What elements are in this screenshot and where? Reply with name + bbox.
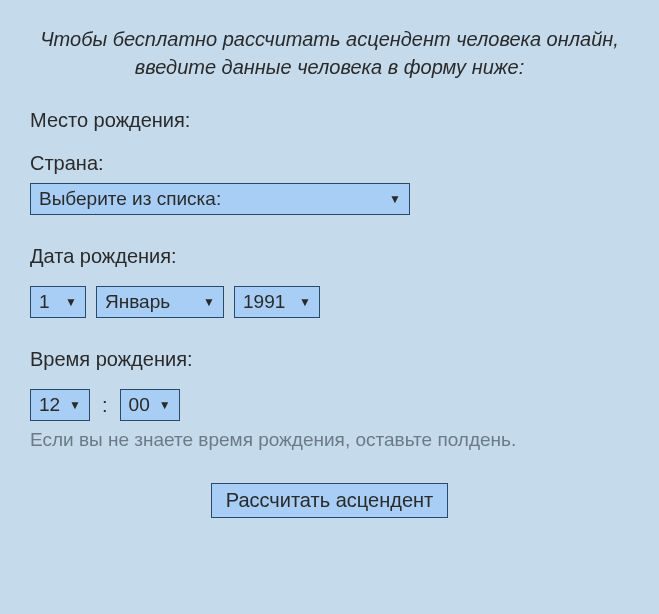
country-select[interactable]: Выберите из списка: ▼ [30, 183, 410, 215]
minute-select-value: 00 [129, 394, 150, 416]
country-label: Страна: [30, 152, 629, 175]
calculate-button[interactable]: Рассчитать асцендент [211, 483, 448, 518]
month-select[interactable]: Январь ▼ [96, 286, 224, 318]
chevron-down-icon: ▼ [299, 295, 311, 309]
birthtime-label: Время рождения: [30, 348, 629, 371]
year-select[interactable]: 1991 ▼ [234, 286, 320, 318]
country-select-value: Выберите из списка: [39, 188, 221, 210]
birthplace-label: Место рождения: [30, 109, 629, 132]
hour-select-value: 12 [39, 394, 60, 416]
year-select-value: 1991 [243, 291, 285, 313]
day-select-value: 1 [39, 291, 50, 313]
time-separator: : [102, 394, 108, 417]
chevron-down-icon: ▼ [65, 295, 77, 309]
day-select[interactable]: 1 ▼ [30, 286, 86, 318]
birthdate-label: Дата рождения: [30, 245, 629, 268]
month-select-value: Январь [105, 291, 170, 313]
minute-select[interactable]: 00 ▼ [120, 389, 180, 421]
chevron-down-icon: ▼ [69, 398, 81, 412]
chevron-down-icon: ▼ [203, 295, 215, 309]
chevron-down-icon: ▼ [389, 192, 401, 206]
intro-text: Чтобы бесплатно рассчитать асцендент чел… [30, 25, 629, 81]
hour-select[interactable]: 12 ▼ [30, 389, 90, 421]
chevron-down-icon: ▼ [159, 398, 171, 412]
birthtime-hint: Если вы не знаете время рождения, оставь… [30, 427, 629, 453]
